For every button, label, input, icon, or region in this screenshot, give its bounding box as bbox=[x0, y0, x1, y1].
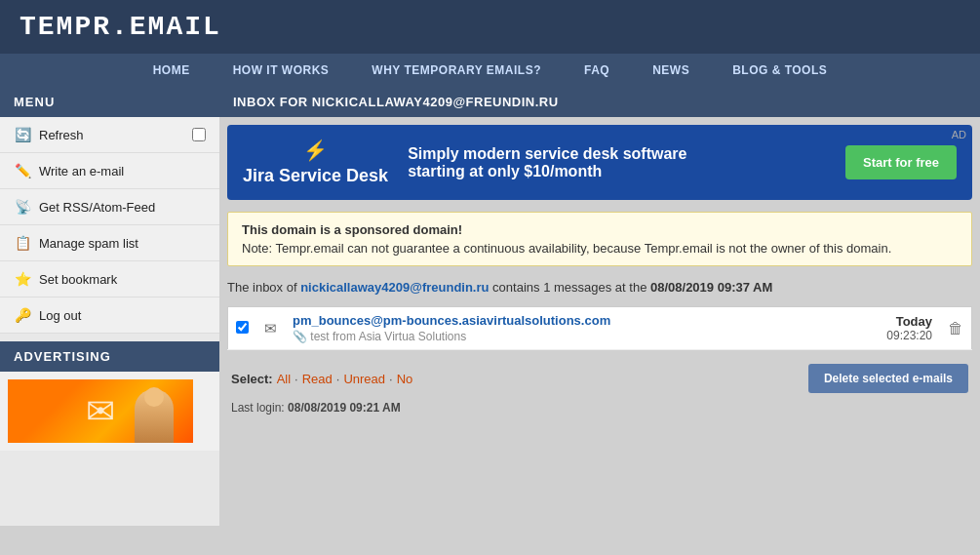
table-row[interactable]: ✉ pm_bounces@pm-bounces.asiavirtualsolut… bbox=[228, 307, 972, 350]
email-delete-icon[interactable]: 🗑 bbox=[948, 320, 963, 337]
notice-box: This domain is a sponsored domain! Note:… bbox=[227, 212, 972, 266]
inbox-info-prefix: The inbox of bbox=[227, 280, 297, 295]
email-envelope-cell: ✉ bbox=[256, 307, 285, 350]
sidebar-item-bookmark[interactable]: ⭐ Set bookmark bbox=[0, 261, 219, 297]
email-delete-cell[interactable]: 🗑 bbox=[940, 307, 972, 350]
sidebar: MENU 🔄 Refresh ✏️ Write an e-mail 📡 Get … bbox=[0, 87, 219, 526]
ad-subline: starting at only $10/month bbox=[408, 163, 826, 180]
ad-text: Simply modern service desk software star… bbox=[408, 145, 826, 180]
email-from: pm_bounces@pm-bounces.asiavirtualsolutio… bbox=[293, 313, 835, 328]
delete-selected-button[interactable]: Delete selected e-mails bbox=[808, 364, 968, 393]
sidebar-item-refresh[interactable]: 🔄 Refresh bbox=[0, 117, 219, 153]
inbox-info-middle: contains 1 messages at the bbox=[492, 280, 647, 295]
sidebar-ad-box: ✉ bbox=[0, 372, 219, 451]
jira-bolt-icon: ⚡ bbox=[303, 139, 328, 162]
refresh-icon: 🔄 bbox=[14, 126, 31, 143]
sidebar-ad-image: ✉ bbox=[8, 379, 193, 443]
nav-blog-tools[interactable]: BLOG & TOOLS bbox=[711, 54, 848, 87]
write-email-icon: ✏️ bbox=[14, 162, 31, 179]
email-table: ✉ pm_bounces@pm-bounces.asiavirtualsolut… bbox=[227, 306, 972, 350]
sep-3: · bbox=[389, 372, 393, 386]
envelope-icon: ✉ bbox=[86, 391, 115, 432]
inbox-email-address: nickicallaway4209@freundin.ru bbox=[300, 280, 489, 295]
logout-label: Log out bbox=[39, 308, 81, 323]
select-no-link[interactable]: No bbox=[397, 372, 413, 386]
spam-list-label: Manage spam list bbox=[39, 236, 138, 251]
email-from-subject-cell[interactable]: pm_bounces@pm-bounces.asiavirtualsolutio… bbox=[285, 307, 843, 350]
bookmark-label: Set bookmark bbox=[39, 272, 117, 287]
content-inner: AD ⚡ Jira Service Desk Simply modern ser… bbox=[219, 117, 980, 424]
ad-close-icon[interactable]: AD bbox=[952, 129, 966, 140]
sidebar-item-rss[interactable]: 📡 Get RSS/Atom-Feed bbox=[0, 189, 219, 225]
email-attachment-icon: 📎 test from Asia Virtua Solutions bbox=[293, 330, 835, 343]
content: INBOX FOR NICKICALLAWAY4209@FREUNDIN.RU … bbox=[219, 87, 980, 526]
spam-list-icon: 📋 bbox=[14, 234, 31, 252]
select-unread-link[interactable]: Unread bbox=[343, 372, 385, 386]
last-login-date: 08/08/2019 09:21 AM bbox=[288, 401, 401, 415]
select-all-link[interactable]: All bbox=[277, 372, 291, 386]
sidebar-advertising-header: ADVERTISING bbox=[0, 341, 219, 372]
notice-title: This domain is a sponsored domain! bbox=[242, 222, 958, 237]
logout-icon: 🔑 bbox=[14, 306, 31, 324]
navbar: HOME HOW IT WORKS WHY TEMPORARY EMAILS? … bbox=[0, 54, 980, 87]
inbox-date: 08/08/2019 09:37 AM bbox=[650, 280, 772, 295]
refresh-checkbox[interactable] bbox=[192, 128, 206, 141]
sidebar-menu-header: MENU bbox=[0, 87, 219, 117]
refresh-label: Refresh bbox=[39, 128, 84, 142]
select-read-link[interactable]: Read bbox=[302, 372, 333, 386]
email-checkbox-cell[interactable] bbox=[228, 307, 257, 350]
inbox-header: INBOX FOR NICKICALLAWAY4209@FREUNDIN.RU bbox=[219, 87, 980, 117]
last-login: Last login: 08/08/2019 09:21 AM bbox=[227, 399, 972, 416]
sidebar-item-write-email[interactable]: ✏️ Write an e-mail bbox=[0, 153, 219, 189]
rss-label: Get RSS/Atom-Feed bbox=[39, 200, 155, 215]
nav-how-it-works[interactable]: HOW IT WORKS bbox=[212, 54, 351, 87]
logo: TEMPR.EMAIL bbox=[20, 12, 221, 42]
email-date: Today bbox=[850, 314, 932, 329]
header: TEMPR.EMAIL bbox=[0, 0, 980, 54]
email-subject: test from Asia Virtua Solutions bbox=[310, 330, 466, 343]
select-label: Select: bbox=[231, 372, 273, 386]
select-bar: Select: All · Read · Unread · No Delete … bbox=[227, 358, 972, 399]
inbox-info: The inbox of nickicallaway4209@freundin.… bbox=[227, 276, 972, 298]
notice-body: Note: Tempr.email can not guarantee a co… bbox=[242, 241, 958, 256]
sep-2: · bbox=[336, 372, 340, 386]
sep-1: · bbox=[294, 372, 298, 386]
jira-logo-text: Jira Service Desk bbox=[243, 166, 388, 186]
email-envelope-icon: ✉ bbox=[264, 320, 277, 337]
sidebar-item-logout[interactable]: 🔑 Log out bbox=[0, 297, 219, 334]
write-email-label: Write an e-mail bbox=[39, 164, 124, 178]
nav-news[interactable]: NEWS bbox=[631, 54, 711, 87]
main-layout: MENU 🔄 Refresh ✏️ Write an e-mail 📡 Get … bbox=[0, 87, 980, 526]
email-date-cell: Today 09:23:20 bbox=[843, 307, 940, 350]
email-time: 09:23:20 bbox=[850, 329, 932, 342]
ad-banner: AD ⚡ Jira Service Desk Simply modern ser… bbox=[227, 125, 972, 200]
jira-logo-area: ⚡ Jira Service Desk bbox=[243, 139, 388, 186]
ad-headline: Simply modern service desk software bbox=[408, 145, 826, 163]
sidebar-item-spam-list[interactable]: 📋 Manage spam list bbox=[0, 225, 219, 261]
bookmark-icon: ⭐ bbox=[14, 270, 31, 288]
select-left: Select: All · Read · Unread · No bbox=[231, 372, 412, 386]
ad-start-button[interactable]: Start for free bbox=[845, 145, 957, 179]
email-checkbox[interactable] bbox=[236, 321, 249, 334]
rss-icon: 📡 bbox=[14, 198, 31, 216]
nav-faq[interactable]: FAQ bbox=[563, 54, 631, 87]
nav-home[interactable]: HOME bbox=[132, 54, 212, 87]
nav-why-temp[interactable]: WHY TEMPORARY EMAILS? bbox=[350, 54, 563, 87]
last-login-label: Last login: bbox=[231, 401, 285, 415]
